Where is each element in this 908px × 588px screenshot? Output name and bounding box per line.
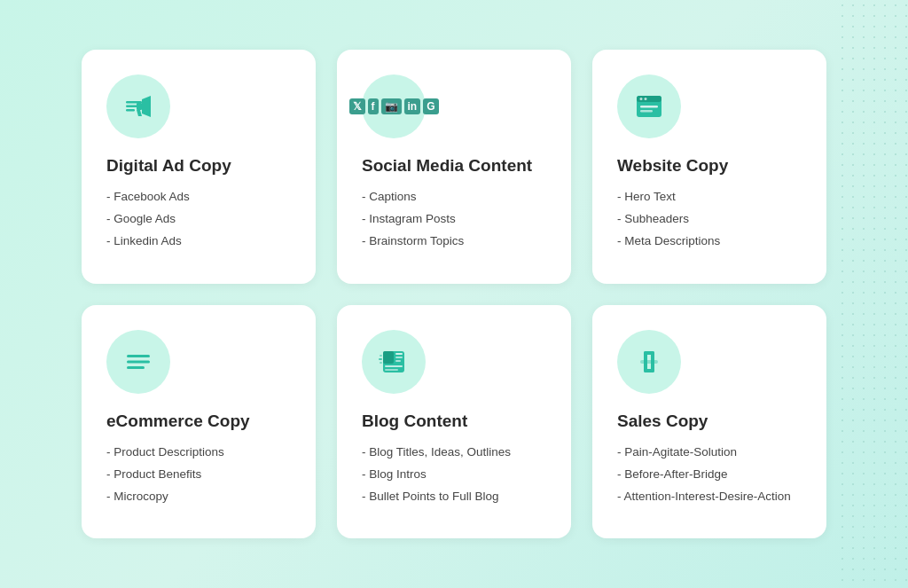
google-icon: G — [423, 98, 438, 114]
card-items-website: - Hero Text - Subheaders - Meta Descript… — [617, 188, 802, 251]
card-sales[interactable]: Sales Copy - Pain-Agitate-Solution - Bef… — [592, 305, 826, 539]
linkedin-icon: in — [404, 98, 421, 114]
svg-rect-12 — [127, 366, 145, 369]
card-title-sales: Sales Copy — [617, 412, 802, 431]
svg-point-7 — [645, 98, 647, 100]
icon-circle-social-media: 𝕏 f 📷 in G — [362, 74, 426, 138]
card-title-social-media: Social Media Content — [362, 156, 546, 176]
svg-rect-8 — [640, 106, 658, 108]
list-item: - Subheaders — [617, 210, 802, 228]
svg-rect-20 — [379, 358, 382, 360]
list-item: - Google Ads — [106, 210, 291, 228]
svg-rect-1 — [126, 105, 138, 107]
megaphone-icon — [119, 87, 158, 126]
dot-pattern — [837, 0, 908, 588]
list-item: - Before-After-Bridge — [617, 466, 802, 483]
card-items-sales: - Pain-Agitate-Solution - Before-After-B… — [617, 443, 802, 506]
list-item: - Bullet Points to Full Blog — [362, 488, 546, 506]
svg-rect-19 — [385, 369, 398, 371]
svg-point-6 — [640, 98, 643, 100]
list-item: - Linkedin Ads — [106, 232, 291, 250]
card-items-social-media: - Captions - Instagram Posts - Brainstor… — [362, 188, 546, 251]
icon-circle-sales — [617, 330, 681, 394]
card-items-ecommerce: - Product Descriptions - Product Benefit… — [106, 443, 291, 506]
svg-rect-17 — [395, 360, 401, 362]
bracket-icon — [630, 342, 669, 381]
card-items-blog: - Blog Titles, Ideas, Outlines - Blog In… — [362, 443, 546, 506]
card-title-ecommerce: eCommerce Copy — [106, 412, 291, 431]
list-item: - Blog Intros — [362, 466, 546, 483]
icon-circle-website — [617, 74, 681, 138]
card-title-digital-ad: Digital Ad Copy — [106, 156, 291, 176]
list-item: - Meta Descriptions — [617, 232, 802, 250]
list-item: - Microcopy — [106, 488, 291, 506]
svg-rect-10 — [127, 355, 150, 357]
list-item: - Pain-Agitate-Solution — [617, 443, 802, 461]
instagram-icon: 📷 — [381, 98, 402, 114]
social-icons: 𝕏 f 📷 in G — [349, 98, 439, 114]
icon-circle-digital-ad — [106, 74, 170, 138]
card-digital-ad[interactable]: Digital Ad Copy - Facebook Ads - Google … — [82, 50, 316, 284]
list-item: - Product Benefits — [106, 466, 291, 483]
svg-rect-11 — [127, 360, 150, 363]
svg-rect-16 — [395, 357, 403, 358]
icon-circle-blog — [362, 330, 426, 394]
list-item: - Brainstorm Topics — [362, 232, 546, 250]
svg-rect-3 — [137, 103, 142, 110]
list-item: - Product Descriptions — [106, 443, 291, 461]
list-item: - Captions — [362, 188, 546, 206]
card-website-copy[interactable]: Website Copy - Hero Text - Subheaders - … — [592, 50, 826, 284]
card-title-website: Website Copy — [617, 156, 802, 176]
svg-rect-2 — [126, 109, 135, 112]
list-item: - Attention-Interest-Desire-Action — [617, 488, 802, 506]
svg-rect-26 — [644, 369, 654, 372]
card-items-digital-ad: - Facebook Ads - Google Ads - Linkedin A… — [106, 188, 291, 251]
list-item: - Instagram Posts — [362, 210, 546, 228]
svg-rect-21 — [380, 355, 382, 357]
card-social-media[interactable]: 𝕏 f 📷 in G Social Media Content - Captio… — [337, 50, 571, 284]
svg-rect-14 — [383, 351, 394, 364]
card-blog[interactable]: Blog Content - Blog Titles, Ideas, Outli… — [337, 305, 571, 539]
icon-circle-ecommerce — [106, 330, 170, 394]
card-ecommerce[interactable]: eCommerce Copy - Product Descriptions - … — [82, 305, 316, 539]
svg-rect-15 — [395, 353, 403, 355]
twitter-icon: 𝕏 — [349, 98, 365, 114]
svg-rect-18 — [385, 365, 403, 367]
cards-grid: Digital Ad Copy - Facebook Ads - Google … — [28, 14, 880, 575]
svg-rect-9 — [640, 110, 653, 113]
list-icon — [119, 342, 158, 381]
card-title-blog: Blog Content — [362, 412, 546, 431]
svg-rect-22 — [380, 362, 382, 364]
list-item: - Facebook Ads — [106, 188, 291, 206]
list-item: - Hero Text — [617, 188, 802, 206]
facebook-icon: f — [368, 98, 379, 114]
list-item: - Blog Titles, Ideas, Outlines — [362, 443, 546, 461]
svg-rect-27 — [640, 360, 658, 364]
news-icon — [374, 342, 413, 381]
browser-icon — [630, 87, 669, 126]
svg-rect-25 — [644, 351, 654, 355]
